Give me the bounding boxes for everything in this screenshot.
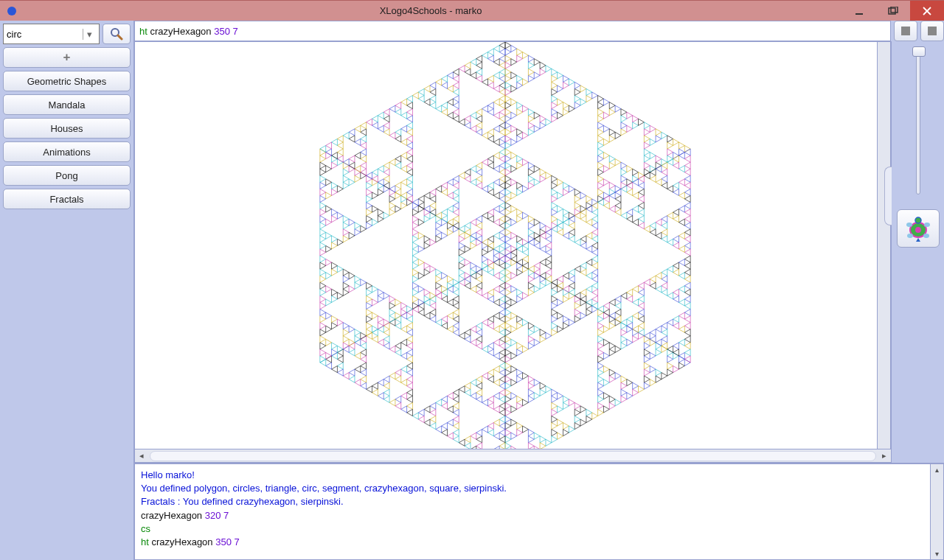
command-input[interactable]: ht crazyHexagon 350 7: [134, 21, 891, 41]
svg-rect-2: [889, 8, 895, 14]
command-bar: ht crazyHexagon 350 7: [134, 21, 944, 41]
cmd-name: crazyHexagon: [150, 26, 211, 37]
add-category-button[interactable]: +: [3, 47, 131, 68]
svg-rect-3: [891, 7, 898, 13]
side-toolbar: [891, 41, 944, 463]
console-line: Fractals : You defined crazyhexagon, sie…: [141, 495, 924, 508]
turtle-icon: [903, 214, 933, 243]
svg-rect-1: [856, 13, 863, 15]
stop-button[interactable]: [894, 21, 917, 41]
drawing-canvas[interactable]: [134, 41, 878, 449]
speed-slider[interactable]: [916, 47, 920, 195]
slider-thumb[interactable]: [912, 46, 926, 57]
stop-icon: [901, 27, 910, 35]
titlebar: XLogo4Schools - marko: [0, 0, 944, 21]
canvas-vertical-scrollbar[interactable]: [878, 41, 891, 449]
close-button[interactable]: [910, 1, 944, 21]
chevron-down-icon: ▾: [83, 29, 96, 40]
category-button[interactable]: Pong: [3, 165, 131, 186]
svg-point-14: [923, 234, 929, 238]
console-line: cs: [141, 522, 924, 536]
console-line: crazyHexagon 320 7: [141, 509, 924, 522]
sidebar: circ ▾ + Geometric ShapesMandalaHousesAn…: [0, 21, 134, 560]
cmd-keyword: ht: [139, 26, 148, 37]
app-icon: [4, 4, 19, 18]
console-line: ht crazyHexagon 350 7: [141, 536, 924, 549]
category-button[interactable]: Fractals: [3, 189, 131, 209]
panel-handle[interactable]: [884, 167, 892, 225]
console-scrollbar[interactable]: ▴ ▾: [931, 463, 944, 560]
svg-point-13: [907, 234, 913, 238]
minimize-button[interactable]: [842, 1, 876, 21]
procedure-combo[interactable]: circ ▾: [3, 24, 100, 44]
svg-point-10: [915, 217, 921, 223]
combo-value: circ: [7, 29, 21, 40]
scroll-right-icon: ▸: [878, 451, 891, 461]
cmd-args: 350 7: [214, 26, 238, 37]
scroll-down-icon: ▾: [935, 550, 939, 558]
canvas-horizontal-scrollbar[interactable]: ◂ ▸: [134, 449, 891, 463]
svg-point-0: [7, 7, 16, 15]
square-icon: [928, 27, 937, 35]
svg-point-9: [915, 227, 921, 233]
category-button[interactable]: Houses: [3, 118, 131, 139]
turtle-button[interactable]: [897, 209, 940, 248]
console-line: You defined polygon, circles, triangle, …: [141, 482, 924, 495]
console-line: Hello marko!: [141, 469, 924, 482]
window-title: XLogo4Schools - marko: [19, 5, 842, 16]
scroll-left-icon: ◂: [135, 451, 148, 461]
secondary-tool-button[interactable]: [920, 21, 944, 41]
magnifier-icon: [110, 27, 123, 41]
category-button[interactable]: Mandala: [3, 94, 131, 115]
svg-marker-15: [916, 238, 920, 242]
category-button[interactable]: Animations: [3, 141, 131, 162]
category-button[interactable]: Geometric Shapes: [3, 71, 131, 91]
console-output[interactable]: Hello marko!You defined polygon, circles…: [134, 463, 931, 560]
maximize-button[interactable]: [876, 1, 910, 21]
scroll-track[interactable]: [150, 451, 876, 461]
svg-line-7: [118, 35, 122, 39]
search-button[interactable]: [103, 24, 131, 44]
svg-point-12: [924, 223, 930, 227]
scroll-up-icon: ▴: [935, 466, 939, 474]
svg-point-11: [906, 223, 912, 227]
